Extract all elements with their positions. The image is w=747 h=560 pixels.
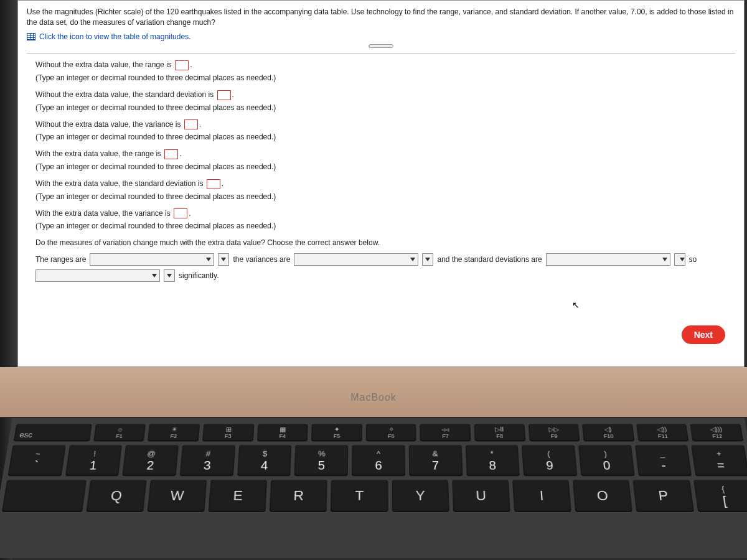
txt-ranges: The ranges are bbox=[35, 254, 86, 265]
key-f2[interactable]: ☀F2 bbox=[148, 424, 200, 441]
keyboard: esc ☼F1 ☀F2 ⊞F3 ▦F4 ✦F5 ✧F6 ◃◃F7 ▷IIF8 ▷… bbox=[0, 418, 747, 558]
txt-variances: the variances are bbox=[233, 254, 290, 265]
input-var-without[interactable] bbox=[184, 119, 198, 129]
key-6[interactable]: ^6 bbox=[352, 445, 405, 476]
key-f8[interactable]: ▷IIF8 bbox=[474, 424, 525, 441]
txt-so: so bbox=[689, 254, 697, 265]
stmt-range-without: Without the extra data value, the range … bbox=[35, 60, 735, 70]
dropdown-sd[interactable] bbox=[546, 253, 670, 266]
fn-row: esc ☼F1 ☀F2 ⊞F3 ▦F4 ✦F5 ✧F6 ◃◃F7 ▷IIF8 ▷… bbox=[14, 424, 744, 441]
chevron-down-icon bbox=[167, 274, 172, 278]
hint-4: (Type an integer or decimal rounded to t… bbox=[35, 162, 735, 172]
key-8[interactable]: *8 bbox=[465, 445, 520, 476]
chevron-down-icon bbox=[662, 258, 667, 261]
key-e[interactable]: E bbox=[209, 480, 268, 512]
dropdown-sd-2[interactable] bbox=[674, 253, 685, 266]
key-i[interactable]: I bbox=[512, 480, 571, 512]
chevron-down-icon bbox=[221, 258, 226, 261]
key-u[interactable]: U bbox=[452, 480, 510, 512]
hint-5: (Type an integer or decimal rounded to t… bbox=[35, 192, 735, 202]
key-o[interactable]: O bbox=[573, 480, 633, 512]
dropdown-conclusion-2[interactable] bbox=[164, 269, 175, 282]
stmt-var-without: Without the extra data value, the varian… bbox=[35, 119, 735, 130]
key-esc[interactable]: esc bbox=[14, 424, 92, 441]
input-sd-without[interactable] bbox=[217, 90, 231, 100]
input-var-with[interactable] bbox=[174, 208, 187, 218]
stmt-sd-without: Without the extra data value, the standa… bbox=[35, 90, 735, 100]
stmt-sd-with: With the extra data value, the standard … bbox=[35, 179, 735, 189]
key-0[interactable]: )0 bbox=[578, 445, 635, 476]
key-tab[interactable] bbox=[2, 480, 87, 512]
key-f11[interactable]: ◁))F11 bbox=[636, 424, 689, 441]
input-range-without[interactable] bbox=[175, 60, 189, 70]
key-4[interactable]: $4 bbox=[237, 445, 292, 476]
key-f5[interactable]: ✦F5 bbox=[311, 424, 362, 441]
number-row: ~` !1 @2 #3 $4 %5 ^6 &7 *8 (9 )0 _- += bbox=[7, 445, 747, 476]
key-w[interactable]: W bbox=[147, 480, 207, 512]
screen-bezel bbox=[0, 0, 17, 367]
question-text: Use the magnitudes (Richter scale) of th… bbox=[27, 7, 735, 28]
chevron-down-icon bbox=[425, 258, 430, 261]
key-q[interactable]: Q bbox=[86, 480, 146, 512]
chevron-down-icon bbox=[410, 258, 415, 261]
chevron-down-icon bbox=[152, 274, 157, 278]
answer-sentence-1: The ranges are the variances are and the… bbox=[35, 253, 735, 266]
input-range-with[interactable] bbox=[164, 149, 178, 159]
key-7[interactable]: &7 bbox=[408, 445, 463, 476]
drag-handle-icon[interactable] bbox=[369, 44, 393, 48]
next-button[interactable]: Next bbox=[682, 325, 725, 344]
key-f7[interactable]: ◃◃F7 bbox=[420, 424, 471, 441]
app-window: Use the magnitudes (Richter scale) of th… bbox=[17, 0, 745, 367]
key-equals[interactable]: += bbox=[691, 445, 747, 476]
key-tilde[interactable]: ~` bbox=[7, 445, 65, 476]
key-y[interactable]: Y bbox=[392, 480, 449, 512]
view-table-link[interactable]: Click the icon to view the table of magn… bbox=[27, 32, 735, 42]
key-2[interactable]: @2 bbox=[123, 445, 179, 476]
key-1[interactable]: !1 bbox=[65, 445, 122, 476]
txt-significantly: significantly. bbox=[179, 271, 218, 281]
chevron-down-icon bbox=[206, 258, 211, 261]
dropdown-variances[interactable] bbox=[294, 253, 418, 266]
hint-2: (Type an integer or decimal rounded to t… bbox=[35, 103, 735, 113]
answer-area: Without the extra data value, the range … bbox=[27, 60, 735, 282]
key-f10[interactable]: ◁)F10 bbox=[582, 424, 634, 441]
hint-1: (Type an integer or decimal rounded to t… bbox=[35, 73, 735, 83]
key-minus[interactable]: _- bbox=[635, 445, 692, 476]
key-f9[interactable]: ▷▷F9 bbox=[528, 424, 580, 441]
key-f3[interactable]: ⊞F3 bbox=[202, 424, 254, 441]
hint-6: (Type an integer or decimal rounded to t… bbox=[35, 221, 735, 231]
qwerty-row: Q W E R T Y U I O P {[ bbox=[2, 480, 747, 512]
txt-sd: and the standard deviations are bbox=[437, 254, 542, 265]
key-f1[interactable]: ☼F1 bbox=[93, 424, 146, 441]
dropdown-ranges[interactable] bbox=[90, 253, 214, 266]
key-9[interactable]: (9 bbox=[522, 445, 577, 476]
separator bbox=[27, 53, 735, 54]
key-f4[interactable]: ▦F4 bbox=[257, 424, 308, 441]
key-f6[interactable]: ✧F6 bbox=[366, 424, 416, 441]
dropdown-ranges-2[interactable] bbox=[218, 253, 229, 266]
table-link-label: Click the icon to view the table of magn… bbox=[39, 32, 190, 42]
answer-sentence-2: significantly. bbox=[35, 269, 735, 282]
input-sd-with[interactable] bbox=[207, 179, 220, 189]
stmt-var-with: With the extra data value, the variance … bbox=[35, 208, 735, 219]
table-icon bbox=[27, 33, 35, 40]
key-3[interactable]: #3 bbox=[180, 445, 235, 476]
key-f12[interactable]: ◁)))F12 bbox=[690, 424, 744, 441]
dropdown-conclusion[interactable] bbox=[35, 269, 160, 282]
final-question: Do the measures of variation change much… bbox=[35, 238, 735, 248]
key-r[interactable]: R bbox=[270, 480, 327, 512]
key-5[interactable]: %5 bbox=[294, 445, 349, 476]
stmt-range-with: With the extra data value, the range is … bbox=[35, 149, 735, 159]
hint-3: (Type an integer or decimal rounded to t… bbox=[35, 132, 735, 142]
cursor-icon: ↖ bbox=[572, 299, 580, 312]
key-p[interactable]: P bbox=[633, 480, 694, 512]
laptop-brand: MacBook bbox=[350, 392, 397, 403]
key-t[interactable]: T bbox=[331, 480, 388, 512]
key-bracket-l[interactable]: {[ bbox=[693, 480, 747, 512]
dropdown-variances-2[interactable] bbox=[422, 253, 433, 266]
chevron-down-icon bbox=[680, 258, 685, 261]
